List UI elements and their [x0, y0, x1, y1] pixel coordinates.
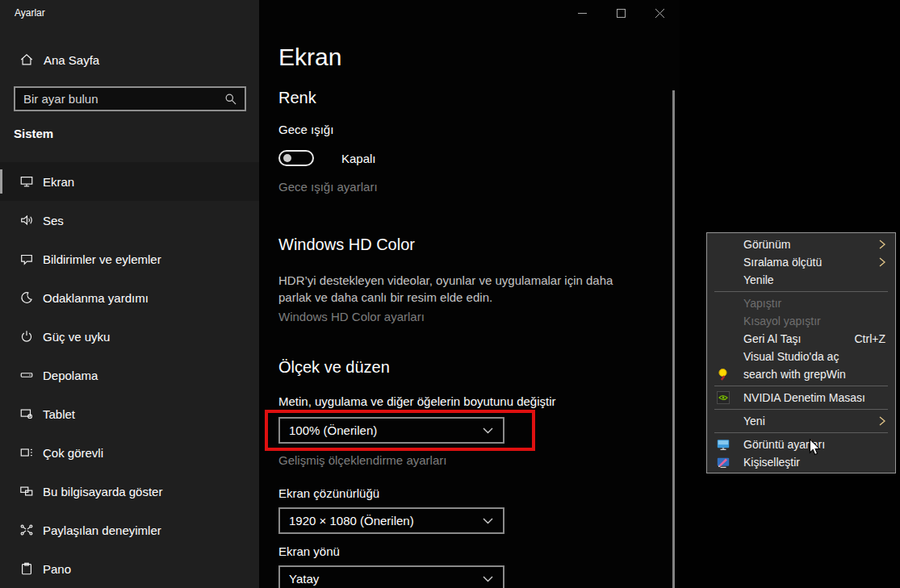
settings-search-box	[14, 86, 246, 111]
sidebar-item-label: Paylaşılan deneyimler	[43, 523, 161, 537]
sidebar: Ana Sayfa Sistem Ekran	[0, 0, 259, 588]
menu-item-geri-al[interactable]: Geri Al Taşı Ctrl+Z	[707, 330, 895, 348]
search-input[interactable]	[15, 92, 224, 106]
speaker-icon	[19, 213, 34, 227]
submenu-arrow-icon	[879, 257, 885, 267]
mouse-cursor-icon	[809, 439, 821, 460]
night-light-state: Kapalı	[341, 152, 376, 165]
maximize-icon	[617, 9, 626, 18]
page-title: Ekran	[278, 44, 341, 71]
sidebar-item-label: Bu bilgisayarda göster	[43, 485, 162, 498]
scale-section-heading: Ölçek ve düzen	[278, 358, 390, 377]
scale-dropdown[interactable]: 100% (Önerilen)	[278, 417, 504, 444]
resolution-label: Ekran çözünürlüğü	[278, 486, 379, 500]
sidebar-item-label: Güç ve uyku	[43, 330, 110, 344]
menu-item-yenile[interactable]: Yenile	[707, 271, 895, 289]
resolution-dropdown[interactable]: 1920 × 1080 (Önerilen)	[278, 507, 504, 534]
night-light-settings-link[interactable]: Gece ışığı ayarları	[278, 180, 378, 194]
grepwin-icon	[717, 368, 730, 381]
advanced-scaling-link[interactable]: Gelişmiş ölçeklendirme ayarları	[278, 453, 446, 467]
menu-item-label: Yenile	[743, 273, 774, 286]
project-to-pc-icon	[19, 484, 34, 498]
sidebar-item-tablet[interactable]: Tablet	[0, 394, 259, 433]
menu-item-visual-studio[interactable]: Visual Studio'da aç	[707, 348, 895, 365]
home-icon	[19, 52, 34, 67]
hdr-section-heading: Windows HD Color	[278, 236, 415, 254]
menu-item-kisayol-yapistir: Kısayol yapıştır	[707, 312, 895, 330]
sidebar-item-label: Ana Sayfa	[44, 53, 99, 67]
night-light-toggle[interactable]	[278, 150, 314, 166]
sidebar-item-paylasilan[interactable]: Paylaşılan deneyimler	[0, 511, 259, 549]
menu-item-label: Visual Studio'da aç	[743, 350, 839, 363]
shared-experiences-icon	[19, 523, 34, 537]
submenu-arrow-icon	[879, 240, 885, 249]
window-title: Ayarlar	[15, 7, 45, 19]
nvidia-icon	[717, 391, 730, 404]
sidebar-item-bildirimler[interactable]: Bildirimler ve eylemler	[0, 240, 259, 278]
sidebar-item-odaklanma[interactable]: Odaklanma yardımı	[0, 278, 259, 317]
minimize-button[interactable]	[563, 0, 601, 26]
night-light-toggle-row: Kapalı	[278, 150, 376, 166]
scale-dropdown-value: 100% (Önerilen)	[280, 423, 483, 437]
settings-window: Ayarlar	[0, 0, 680, 588]
close-icon	[655, 9, 664, 18]
sidebar-item-bubilgisayarda[interactable]: Bu bilgisayarda göster	[0, 472, 259, 511]
desktop: Ayarlar	[0, 0, 900, 588]
menu-item-goruntu-ayarlari[interactable]: Görüntü ayarları	[707, 436, 895, 453]
sidebar-item-ses[interactable]: Ses	[0, 201, 259, 240]
sidebar-item-cokgorevli[interactable]: Çok görevli	[0, 433, 259, 472]
orientation-label: Ekran yönü	[278, 544, 340, 558]
scale-label: Metin, uygulama ve diğer öğelerin boyutu…	[278, 394, 556, 408]
menu-item-gorunum[interactable]: Görünüm	[707, 236, 895, 253]
menu-item-label: Sıralama ölçütü	[743, 256, 822, 269]
menu-separator	[714, 291, 888, 292]
submenu-arrow-icon	[879, 416, 885, 426]
hdr-settings-link[interactable]: Windows HD Color ayarları	[278, 310, 425, 323]
maximize-button[interactable]	[601, 0, 640, 26]
menu-item-label: Kısayol yapıştır	[743, 315, 821, 327]
menu-item-grepwin[interactable]: search with grepWin	[707, 365, 895, 383]
main-panel: Ekran Renk Gece ışığı Kapalı Gece ışığı …	[259, 0, 680, 588]
orientation-dropdown-value: Yatay	[280, 572, 483, 586]
close-button[interactable]	[641, 0, 680, 26]
power-icon	[19, 329, 34, 344]
sidebar-item-label: Depolama	[43, 369, 98, 382]
chevron-down-icon	[483, 427, 493, 434]
scrollbar[interactable]	[672, 90, 675, 588]
menu-item-kisisellestir[interactable]: Kişiselleştir	[707, 453, 895, 471]
selected-indicator	[0, 169, 2, 194]
sidebar-item-ekran[interactable]: Ekran	[0, 162, 259, 201]
multitask-icon	[19, 445, 34, 460]
window-controls	[563, 0, 680, 26]
menu-item-label: Yapıştır	[743, 297, 781, 310]
personalize-icon	[717, 456, 730, 469]
menu-item-label: Geri Al Taşı	[743, 332, 801, 345]
minimize-icon	[578, 9, 587, 18]
menu-item-label: Görünüm	[743, 238, 790, 251]
sidebar-item-label: Odaklanma yardımı	[43, 291, 149, 305]
sidebar-item-label: Tablet	[43, 407, 75, 421]
menu-item-siralama[interactable]: Sıralama ölçütü	[707, 253, 895, 271]
sidebar-list: Ekran Ses Bildirimler ve eylemler	[0, 162, 259, 588]
menu-item-label: Kişiselleştir	[743, 456, 800, 469]
chevron-down-icon	[483, 518, 493, 524]
sidebar-item-pano[interactable]: Pano	[0, 549, 259, 588]
night-light-label: Gece ışığı	[278, 123, 333, 136]
sidebar-item-home[interactable]: Ana Sayfa	[0, 44, 259, 76]
search-icon[interactable]	[224, 93, 237, 105]
display-settings-icon	[717, 438, 730, 451]
sidebar-item-label: Ekran	[43, 175, 74, 189]
sidebar-item-guc[interactable]: Güç ve uyku	[0, 317, 259, 356]
menu-item-yeni[interactable]: Yeni	[707, 412, 895, 430]
menu-item-label: NVIDIA Denetim Masası	[743, 391, 865, 404]
menu-item-label: search with grepWin	[743, 368, 846, 381]
context-menu: Görünüm Sıralama ölçütü Yenile Yapıştır …	[706, 232, 896, 473]
orientation-dropdown[interactable]: Yatay	[278, 565, 504, 588]
sidebar-item-depolama[interactable]: Depolama	[0, 356, 259, 394]
moon-icon	[19, 290, 34, 305]
menu-item-yapistir: Yapıştır	[707, 294, 895, 312]
chevron-down-icon	[483, 576, 493, 582]
sidebar-item-label: Bildirimler ve eylemler	[43, 252, 161, 266]
menu-item-nvidia[interactable]: NVIDIA Denetim Masası	[707, 389, 895, 407]
menu-separator	[714, 386, 888, 386]
